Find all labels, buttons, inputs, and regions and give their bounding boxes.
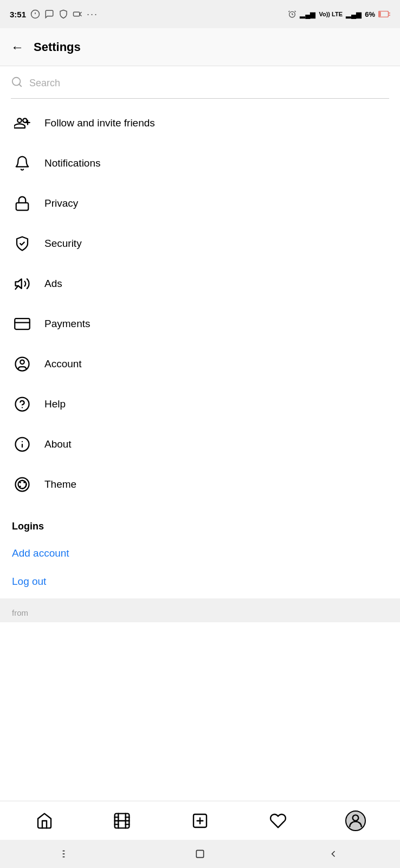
add-person-icon — [12, 113, 33, 133]
msg-icon — [44, 9, 54, 19]
follow-label: Follow and invite friends — [44, 117, 155, 129]
video-icon — [73, 9, 82, 19]
status-bar: 3:51 ··· ▂▄▆ Vo)) LTE ▂▄▆ 6% — [0, 0, 400, 28]
nav-profile[interactable] — [339, 805, 372, 837]
signal2-icon: ▂▄▆ — [346, 10, 362, 18]
svg-rect-15 — [16, 203, 29, 210]
help-label: Help — [44, 398, 66, 410]
search-icon — [11, 76, 23, 91]
bell-icon — [12, 153, 33, 174]
menu-item-payments[interactable]: Payments — [0, 304, 400, 344]
svg-point-30 — [23, 482, 25, 483]
menu-item-notifications[interactable]: Notifications — [0, 143, 400, 183]
menu-item-ads[interactable]: Ads — [0, 264, 400, 304]
megaphone-icon — [12, 273, 33, 294]
search-placeholder: Search — [29, 78, 60, 89]
search-container: Search — [0, 66, 400, 99]
menu-item-help[interactable]: Help — [0, 384, 400, 424]
shield-check-icon — [12, 233, 33, 254]
menu-item-privacy[interactable]: Privacy — [0, 183, 400, 224]
info-circle-icon — [12, 434, 33, 455]
svg-point-22 — [16, 398, 29, 411]
svg-rect-3 — [74, 12, 80, 16]
menu-item-security[interactable]: Security — [0, 224, 400, 264]
profile-avatar — [345, 810, 366, 831]
svg-line-12 — [19, 84, 21, 86]
search-row[interactable]: Search — [11, 76, 389, 99]
svg-point-29 — [20, 482, 21, 483]
status-time: 3:51 — [10, 10, 26, 19]
menu-item-account[interactable]: Account — [0, 344, 400, 384]
menu-list: Follow and invite friends Notifications … — [0, 99, 400, 509]
alarm-icon — [288, 10, 296, 18]
ads-label: Ads — [44, 278, 62, 290]
svg-rect-10 — [379, 12, 381, 17]
lte-label: Vo)) LTE — [319, 11, 343, 17]
credit-card-icon — [12, 314, 33, 334]
log-out-link[interactable]: Log out — [12, 570, 388, 593]
nav-home[interactable] — [28, 805, 61, 837]
android-menu-btn[interactable] — [50, 843, 83, 865]
menu-item-about[interactable]: About — [0, 424, 400, 464]
palette-icon — [12, 474, 33, 495]
person-circle-icon — [12, 354, 33, 374]
logins-section: Logins Add account Log out — [0, 509, 400, 593]
about-label: About — [44, 438, 72, 450]
notifications-label: Notifications — [44, 157, 101, 169]
account-label: Account — [44, 358, 82, 370]
page-title: Settings — [34, 40, 81, 54]
nav-activity[interactable] — [262, 805, 294, 837]
signal-icon: ▂▄▆ — [300, 10, 315, 18]
svg-line-6 — [295, 11, 296, 12]
svg-rect-18 — [15, 318, 30, 329]
from-section: from — [0, 598, 400, 622]
svg-line-5 — [289, 11, 290, 12]
back-button[interactable]: ← — [11, 40, 24, 55]
status-right: ▂▄▆ Vo)) LTE ▂▄▆ 6% — [288, 10, 390, 18]
nav-create[interactable] — [184, 805, 216, 837]
add-account-link[interactable]: Add account — [12, 542, 388, 565]
android-home-btn[interactable] — [184, 843, 216, 865]
shield-icon — [59, 9, 68, 19]
settings-header: ← Settings — [0, 28, 400, 66]
notification-icon — [30, 9, 40, 19]
payments-label: Payments — [44, 318, 90, 330]
nav-reels[interactable] — [106, 805, 138, 837]
privacy-label: Privacy — [44, 197, 78, 209]
question-circle-icon — [12, 394, 33, 414]
lock-icon — [12, 193, 33, 214]
svg-point-43 — [353, 815, 359, 821]
menu-item-follow[interactable]: Follow and invite friends — [0, 103, 400, 143]
more-dots-icon: ··· — [87, 9, 98, 20]
status-left: 3:51 ··· — [10, 9, 98, 20]
android-nav-bar — [0, 840, 400, 868]
logins-title: Logins — [12, 521, 388, 532]
android-back-btn[interactable] — [317, 843, 350, 865]
battery-icon — [378, 11, 390, 17]
svg-point-31 — [20, 486, 21, 487]
menu-item-theme[interactable]: Theme — [0, 464, 400, 505]
from-text: from — [12, 608, 28, 617]
battery-percent: 6% — [365, 10, 375, 18]
svg-point-21 — [20, 360, 24, 365]
bottom-nav — [0, 801, 400, 840]
theme-label: Theme — [44, 478, 76, 490]
svg-point-27 — [16, 478, 29, 492]
svg-rect-47 — [196, 850, 203, 857]
security-label: Security — [44, 238, 82, 250]
